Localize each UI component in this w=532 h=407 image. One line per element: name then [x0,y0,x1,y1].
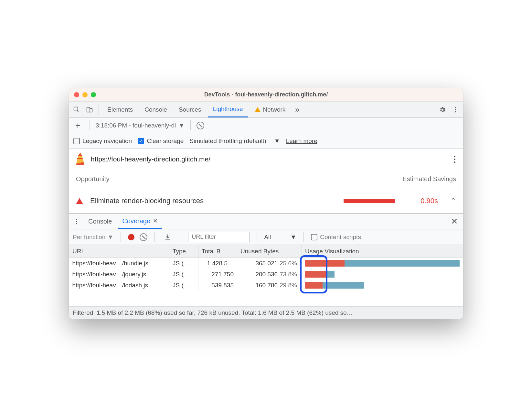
separator [90,120,90,130]
lighthouse-icon [75,152,86,167]
settings-gear-icon[interactable] [437,104,448,116]
savings-value: 0.90s [409,197,438,205]
col-url[interactable]: URL [69,245,169,258]
granularity-selector[interactable]: Per function ▼ [73,234,113,241]
cell-total: 271 750 [198,269,237,280]
fail-triangle-icon [76,198,83,204]
col-unused[interactable]: Unused Bytes [237,245,302,258]
svg-point-13 [76,223,77,224]
cell-url: https://foul-heav…/jquery.js [69,269,169,280]
tab-lighthouse[interactable]: Lighthouse [208,102,248,117]
url-filter-input[interactable] [188,232,250,242]
cell-unused: 160 78629.8% [237,280,302,291]
separator [303,232,304,242]
col-viz[interactable]: Usage Visualization [302,245,463,258]
clear-coverage-icon[interactable] [140,233,147,241]
lighthouse-run-bar: + 3:18:06 PM - foul-heavenly-di ▼ [69,118,463,133]
cell-url: https://foul-heav…/lodash.js [69,280,169,291]
close-drawer-icon[interactable]: ✕ [448,216,461,226]
close-tab-icon[interactable]: ✕ [153,217,158,225]
coverage-table: URL Type Total B… Unused Bytes Usage Vis… [69,245,463,291]
clear-storage-checkbox[interactable]: Clear storage [138,138,184,145]
separator [121,232,121,242]
record-button[interactable] [128,234,134,240]
checkbox-checked-icon [138,138,144,144]
svg-point-3 [455,107,456,108]
cell-total: 539 835 [198,280,237,291]
svg-rect-1 [87,107,90,112]
export-icon[interactable] [162,231,174,243]
cell-unused: 200 53673.8% [237,269,302,280]
cell-viz [302,280,463,291]
drawer-tab-coverage[interactable]: Coverage ✕ [118,214,162,229]
opportunity-item[interactable]: Eliminate render-blocking resources 0.90… [69,189,463,213]
cell-viz [302,269,463,280]
titlebar: DevTools - foul-heavenly-direction.glitc… [69,88,463,102]
drawer-tab-console[interactable]: Console [84,214,116,229]
tab-elements[interactable]: Elements [102,102,138,117]
devtools-window: DevTools - foul-heavenly-direction.glitc… [69,88,463,319]
cell-type: JS (… [169,269,198,280]
more-tabs-icon[interactable]: » [292,105,303,114]
checkbox-icon [73,138,80,144]
svg-rect-7 [78,156,82,158]
table-row[interactable]: https://foul-heav…/bundle.jsJS (…1 428 5… [69,258,463,269]
report-menu-icon[interactable] [452,154,457,165]
tab-console[interactable]: Console [139,102,172,117]
panel-tabs: Elements Console Sources Lighthouse Netw… [69,102,463,118]
cell-url: https://foul-heav…/bundle.js [69,258,169,269]
separator [257,232,257,242]
run-selector[interactable]: 3:18:06 PM - foul-heavenly-di ▼ [96,122,185,129]
col-total[interactable]: Total B… [198,245,237,258]
cell-unused: 365 02125.6% [237,258,302,269]
kebab-menu-icon[interactable] [450,104,461,116]
report-url-row: https://foul-heavenly-direction.glitch.m… [69,149,463,170]
chevron-up-icon: ⌃ [450,197,456,205]
savings-bar [344,199,395,203]
inspect-element-icon[interactable] [71,104,82,116]
coverage-toolbar: Per function ▼ All ▼ Content scripts [69,229,463,245]
learn-more-link[interactable]: Learn more [286,138,317,145]
checkbox-icon [311,234,317,240]
opportunities-header: Opportunity Estimated Savings [69,170,463,189]
svg-rect-2 [90,108,92,112]
table-header-row: URL Type Total B… Unused Bytes Usage Vis… [69,245,463,258]
separator [99,104,99,115]
clear-storage-label: Clear storage [147,138,184,145]
separator [190,120,191,130]
col-type[interactable]: Type [169,245,198,258]
cell-total: 1 428 5… [198,258,237,269]
drawer-tab-coverage-label: Coverage [122,217,150,225]
drawer-tabs: Console Coverage ✕ ✕ [69,213,463,229]
dropdown-caret-icon: ▼ [290,234,296,241]
content-scripts-checkbox[interactable]: Content scripts [311,234,361,241]
report-url: https://foul-heavenly-direction.glitch.m… [91,155,210,163]
throttling-label: Simulated throttling (default) [189,138,266,145]
coverage-status-bar: Filtered: 1.5 MB of 2.2 MB (68%) used so… [69,306,463,319]
clear-report-icon[interactable] [197,122,204,129]
granularity-label: Per function [73,234,105,241]
dropdown-caret-icon: ▼ [107,234,113,241]
device-toolbar-icon[interactable] [84,104,95,116]
type-filter-label: All [264,234,271,241]
table-row[interactable]: https://foul-heav…/jquery.jsJS (…271 750… [69,269,463,280]
legacy-navigation-checkbox[interactable]: Legacy navigation [73,138,132,145]
svg-rect-8 [77,158,83,159]
tab-sources[interactable]: Sources [174,102,207,117]
drawer-menu-icon[interactable] [71,216,82,227]
cell-viz [302,258,463,269]
tab-network[interactable]: Network [250,102,291,117]
savings-heading: Estimated Savings [402,175,456,183]
svg-marker-6 [78,153,82,156]
throttling-selector[interactable]: Simulated throttling (default) ▼ [189,138,280,145]
cell-type: JS (… [169,280,198,291]
opportunity-title: Eliminate render-blocking resources [90,197,336,205]
new-report-button[interactable]: + [72,120,84,131]
run-selector-label: 3:18:06 PM - foul-heavenly-di [96,122,176,129]
content-scripts-label: Content scripts [320,234,361,241]
dropdown-caret-icon: ▼ [274,138,280,145]
type-filter-selector[interactable]: All ▼ [264,234,296,241]
window-title: DevTools - foul-heavenly-direction.glitc… [69,91,463,98]
svg-point-4 [455,109,456,110]
table-row[interactable]: https://foul-heav…/lodash.jsJS (…539 835… [69,280,463,291]
